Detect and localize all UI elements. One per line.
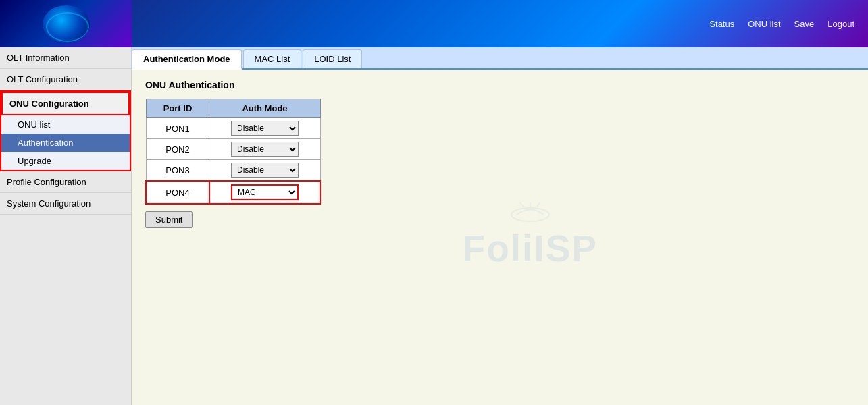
port-id-2: PON2 bbox=[146, 139, 209, 160]
sidebar-item-olt-config[interactable]: OLT Configuration bbox=[0, 69, 131, 90]
submit-button[interactable]: Submit bbox=[145, 211, 193, 228]
auth-mode-3: Disable MAC LOID MAC+LOID bbox=[209, 160, 320, 182]
main-content: Authentication Mode MAC List LOID List O… bbox=[132, 47, 868, 405]
table-row-highlighted: PON4 Disable MAC LOID MAC+LOID bbox=[146, 181, 320, 204]
nav-logout[interactable]: Logout bbox=[827, 19, 854, 29]
header-nav: Status ONU list Save Logout bbox=[709, 19, 854, 29]
nav-status[interactable]: Status bbox=[709, 19, 734, 29]
sidebar-item-onu-list[interactable]: ONU list bbox=[1, 115, 130, 134]
port-id-3: PON3 bbox=[146, 160, 209, 182]
onu-config-group: ONU Configuration ONU list Authenticatio… bbox=[0, 90, 131, 171]
auth-select-pon2[interactable]: Disable MAC LOID MAC+LOID bbox=[231, 142, 299, 157]
table-row: PON1 Disable MAC LOID MAC+LOID bbox=[146, 118, 320, 139]
sidebar-item-system-config[interactable]: System Configuration bbox=[0, 193, 131, 215]
auth-table: Port ID Auth Mode PON1 Disable MAC LOID … bbox=[145, 99, 321, 205]
auth-select-pon4[interactable]: Disable MAC LOID MAC+LOID bbox=[231, 184, 299, 200]
sidebar-group-onu-config[interactable]: ONU Configuration bbox=[1, 92, 130, 115]
section-title: ONU Authentication bbox=[145, 80, 854, 90]
header: Status ONU list Save Logout bbox=[0, 0, 868, 47]
col-port-id: Port ID bbox=[146, 99, 209, 118]
tab-mac-list[interactable]: MAC List bbox=[243, 49, 302, 68]
table-row: PON3 Disable MAC LOID MAC+LOID bbox=[146, 160, 320, 182]
auth-select-pon3[interactable]: Disable MAC LOID MAC+LOID bbox=[231, 163, 299, 178]
sidebar-item-upgrade[interactable]: Upgrade bbox=[1, 152, 130, 170]
sidebar-item-authentication[interactable]: Authentication bbox=[1, 134, 130, 152]
port-id-1: PON1 bbox=[146, 118, 209, 139]
auth-mode-1: Disable MAC LOID MAC+LOID bbox=[209, 118, 320, 139]
auth-mode-2: Disable MAC LOID MAC+LOID bbox=[209, 139, 320, 160]
tab-auth-mode[interactable]: Authentication Mode bbox=[132, 49, 242, 70]
globe-icon bbox=[43, 5, 90, 43]
sidebar-item-olt-info[interactable]: OLT Information bbox=[0, 47, 131, 69]
table-row: PON2 Disable MAC LOID MAC+LOID bbox=[146, 139, 320, 160]
auth-select-pon1[interactable]: Disable MAC LOID MAC+LOID bbox=[231, 121, 299, 136]
sidebar: OLT Information OLT Configuration ONU Co… bbox=[0, 47, 132, 405]
layout: OLT Information OLT Configuration ONU Co… bbox=[0, 47, 868, 405]
nav-save[interactable]: Save bbox=[794, 19, 815, 29]
content-area: ONU Authentication Port ID Auth Mode PON… bbox=[132, 70, 868, 238]
auth-mode-4: Disable MAC LOID MAC+LOID bbox=[209, 181, 320, 204]
header-logo bbox=[0, 0, 132, 47]
nav-onu-list[interactable]: ONU list bbox=[748, 19, 780, 29]
tab-loid-list[interactable]: LOID List bbox=[303, 49, 362, 68]
sidebar-item-profile-config[interactable]: Profile Configuration bbox=[0, 171, 131, 193]
tabs-bar: Authentication Mode MAC List LOID List bbox=[132, 47, 868, 70]
port-id-4: PON4 bbox=[146, 181, 209, 204]
col-auth-mode: Auth Mode bbox=[209, 99, 320, 118]
